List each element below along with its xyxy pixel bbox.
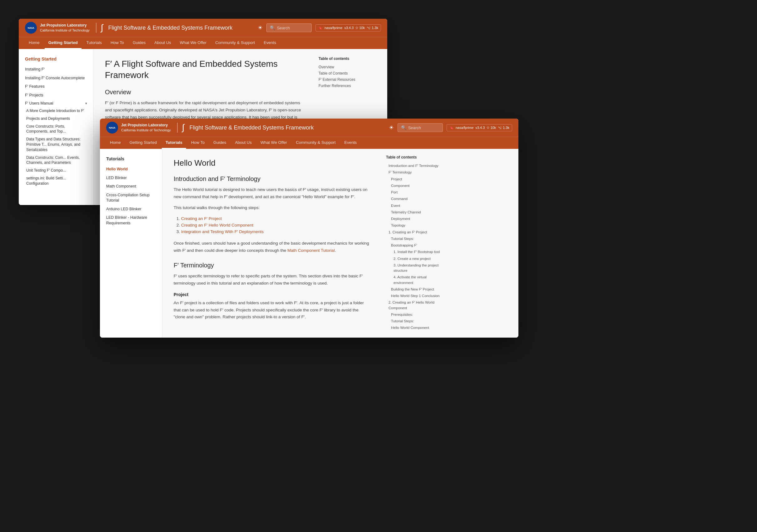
nav-events-back[interactable]: Events bbox=[260, 37, 280, 49]
sidebar-link-dataconstructs[interactable]: Data Constructs: Com... Events, Channels… bbox=[19, 154, 93, 167]
toc-tutorial-steps[interactable]: Tutorial Steps: bbox=[386, 236, 441, 242]
sidebar-link-installing[interactable]: Installing F′ bbox=[19, 65, 93, 74]
nav-bar-back: Home Getting Started Tutorials How To Gu… bbox=[19, 37, 387, 49]
sidebar-link-intro[interactable]: A More Complete Introduction to F′ bbox=[19, 107, 93, 115]
sidebar-link-autocomplete[interactable]: Installing F′ Console Autocomplete bbox=[19, 74, 93, 83]
nasa-logo-back: NASA bbox=[25, 22, 37, 34]
nav-guides-front[interactable]: Guides bbox=[210, 137, 230, 149]
fprime-logo-back: ∫ bbox=[96, 23, 104, 33]
toc-building[interactable]: Building the New F′ Project bbox=[386, 286, 441, 293]
intro-text1: The Hello World tutorial is designed to … bbox=[174, 186, 370, 201]
search-box-back[interactable]: 🔍 bbox=[266, 23, 312, 32]
terminology-heading: F′ Terminology bbox=[174, 262, 370, 269]
nav-getting-started-back[interactable]: Getting Started bbox=[45, 37, 81, 49]
toc-prereqs[interactable]: Prerequisites: bbox=[386, 311, 441, 318]
toc-virtual-env[interactable]: 4. Activate the virtual environment bbox=[386, 274, 441, 286]
step-1: Creating an F′ Project bbox=[181, 215, 370, 222]
sidebar-section-manual[interactable]: F′ Users Manual ▾ bbox=[19, 99, 93, 107]
toc-tutorial-steps2[interactable]: Tutorial Steps: bbox=[386, 318, 441, 324]
search-input-back[interactable] bbox=[277, 26, 308, 30]
sidebar-section-label: F′ Users Manual bbox=[25, 101, 53, 105]
sidebar-link-deployments[interactable]: Projects and Deployments bbox=[19, 115, 93, 123]
repo-badge-front[interactable]: 🔖 nasa/fprime v3.4.3 ✩ 10k ⌥ 1.3k bbox=[446, 124, 512, 131]
conclusion-text: Once finished, users should have a good … bbox=[174, 240, 370, 254]
tutorial-link-arduino[interactable]: Arduino LED Blinker bbox=[100, 205, 162, 214]
toc-create-project[interactable]: 2. Create a new project bbox=[386, 256, 441, 262]
nav-community-back[interactable]: Community & Support bbox=[211, 37, 258, 49]
toc-title-back: Table of contents bbox=[318, 56, 369, 61]
toc-terminology[interactable]: F′ Terminology bbox=[386, 169, 441, 176]
theme-icon-back[interactable]: ☀ bbox=[257, 24, 263, 31]
intro-heading: Introduction and F′ Terminology bbox=[174, 175, 370, 182]
nav-about-front[interactable]: About Us bbox=[231, 137, 255, 149]
toc-bootstrapping[interactable]: Bootstrapping F′ bbox=[386, 242, 441, 249]
nav-home-front[interactable]: Home bbox=[106, 137, 125, 149]
nav-about-back[interactable]: About Us bbox=[151, 37, 174, 49]
sidebar-back: Getting Started Installing F′ Installing… bbox=[19, 49, 94, 205]
toc-project-structure[interactable]: 3. Understanding the project structure bbox=[386, 262, 441, 274]
toc-conclusion[interactable]: Hello World Step 1 Conclusion bbox=[386, 293, 441, 299]
chevron-down-icon: ▾ bbox=[85, 101, 87, 105]
sidebar-link-settings[interactable]: settings.ini: Build Setti... Configurati… bbox=[19, 174, 93, 187]
sidebar-link-datatypes[interactable]: Data Types and Data Structures: Primitiv… bbox=[19, 135, 93, 154]
nav-events-front[interactable]: Events bbox=[341, 137, 361, 149]
tutorial-link-ledblinker[interactable]: LED Blinker bbox=[100, 174, 162, 182]
toc-link-further[interactable]: Further References bbox=[318, 83, 369, 89]
site-title-front: Flight Software & Embedded Systems Frame… bbox=[189, 125, 383, 131]
nav-tutorials-front[interactable]: Tutorials bbox=[162, 137, 186, 149]
tutorial-link-hardware[interactable]: LED Blinker - Hardware Requirements bbox=[100, 213, 162, 228]
sidebar-link-projects[interactable]: F′ Projects bbox=[19, 91, 93, 100]
nav-home-back[interactable]: Home bbox=[25, 37, 44, 49]
nav-offer-back[interactable]: What We Offer bbox=[176, 37, 210, 49]
toc-topology[interactable]: Topology bbox=[386, 222, 441, 229]
tutorial-link-helloworld[interactable]: Hello World bbox=[100, 165, 162, 174]
toc-install-bootstrap[interactable]: 1. Install the F′ Bootstrap tool bbox=[386, 249, 441, 255]
theme-icon-front[interactable]: ☀ bbox=[389, 124, 394, 131]
toc-link-external[interactable]: F′ External Resources bbox=[318, 76, 369, 83]
nav-guides-back[interactable]: Guides bbox=[129, 37, 149, 49]
jpl-text-back: Jet Propulsion Laboratory California Ins… bbox=[40, 23, 90, 33]
toc-deployment[interactable]: Deployment bbox=[386, 216, 441, 222]
repo-badge-back[interactable]: 🔖 nasa/fprime v3.4.3 ✩ 10k ⌥ 1.3k bbox=[316, 24, 381, 32]
nav-bar-front: Home Getting Started Tutorials How To Gu… bbox=[100, 137, 518, 149]
tutorial-link-mathcomponent[interactable]: Math Component bbox=[100, 182, 162, 191]
step-2-link[interactable]: Creating an F′ Hello World Component bbox=[181, 223, 253, 228]
nav-community-front[interactable]: Community & Support bbox=[292, 137, 339, 149]
nav-howto-front[interactable]: How To bbox=[187, 137, 208, 149]
toc-telemetry[interactable]: Telemetry Channel bbox=[386, 209, 441, 216]
nav-offer-front[interactable]: What We Offer bbox=[257, 137, 291, 149]
toc-link-overview[interactable]: Overview bbox=[318, 64, 369, 70]
toc-hello-world-component[interactable]: Hello World Component bbox=[386, 324, 441, 331]
nav-getting-started-front[interactable]: Getting Started bbox=[126, 137, 161, 149]
toc-event[interactable]: Event bbox=[386, 203, 441, 209]
toc-creating-project[interactable]: 1. Creating an F′ Project bbox=[386, 229, 441, 236]
search-input-front[interactable] bbox=[408, 126, 439, 130]
steps-list: Creating an F′ Project Creating an F′ He… bbox=[174, 215, 370, 235]
header-right-back: ☀ 🔍 🔖 nasa/fprime v3.4.3 ✩ 10k ⌥ 1.3k bbox=[257, 23, 381, 32]
sidebar-link-core[interactable]: Core Constructs: Ports, Components, and … bbox=[19, 123, 93, 136]
jpl-text-front: Jet Propulsion Laboratory California Ins… bbox=[121, 123, 171, 132]
toc-intro[interactable]: Introduction and F′ Terminology bbox=[386, 162, 441, 169]
math-tutorial-link[interactable]: Math Component Tutorial bbox=[287, 248, 335, 253]
sidebar-link-unittesting[interactable]: Unit Testing F′ Compo... bbox=[19, 167, 93, 174]
toc-project[interactable]: Project bbox=[386, 176, 441, 182]
tutorials-sidebar: Tutorials Hello World LED Blinker Math C… bbox=[100, 149, 163, 338]
nav-howto-back[interactable]: How To bbox=[107, 37, 128, 49]
intro-text2: This tutorial walks through the followin… bbox=[174, 204, 370, 211]
toc-link-tableofcontents[interactable]: Table of Contents bbox=[318, 70, 369, 76]
toc-creating-component[interactable]: 2. Creating an F′ Hello World Component bbox=[386, 299, 441, 311]
step-3-link[interactable]: Integration and Testing With F′ Deployme… bbox=[181, 229, 263, 234]
logo-area-back: NASA Jet Propulsion Laboratory Californi… bbox=[25, 22, 90, 34]
sidebar-title-back: Getting Started bbox=[19, 56, 93, 65]
toc-command[interactable]: Command bbox=[386, 196, 441, 202]
project-text: An F′ project is a collection of files a… bbox=[174, 299, 370, 321]
window-front: NASA Jet Propulsion Laboratory Californi… bbox=[100, 119, 518, 338]
search-box-front[interactable]: 🔍 bbox=[398, 123, 443, 132]
nasa-logo-front: NASA bbox=[106, 122, 118, 133]
step-1-link[interactable]: Creating an F′ Project bbox=[181, 216, 222, 221]
toc-component[interactable]: Component bbox=[386, 182, 441, 189]
toc-port[interactable]: Port bbox=[386, 189, 441, 196]
tutorial-link-crosscompile[interactable]: Cross-Compilation Setup Tutorial bbox=[100, 191, 162, 205]
sidebar-link-features[interactable]: F′ Features bbox=[19, 82, 93, 91]
nav-tutorials-back[interactable]: Tutorials bbox=[83, 37, 106, 49]
